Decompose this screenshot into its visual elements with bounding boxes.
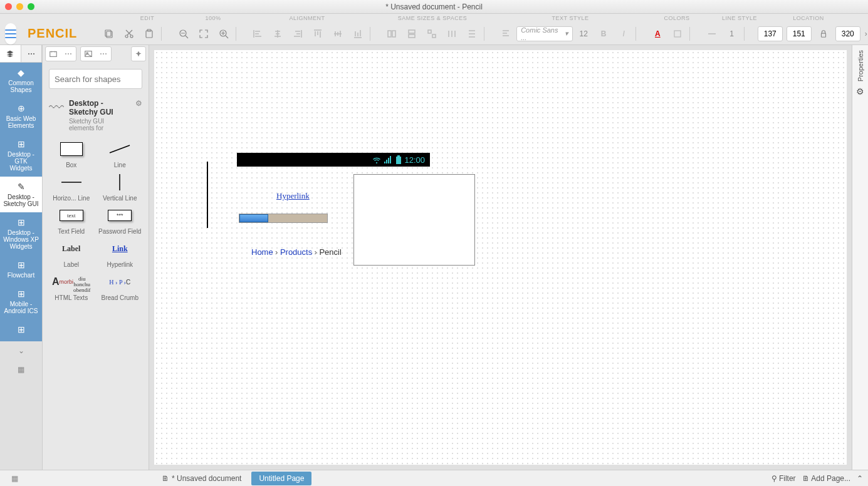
close-window-button[interactable] [5, 3, 12, 10]
align-center-button[interactable] [268, 25, 287, 43]
properties-panel-tab[interactable]: Properties ⚙ [852, 45, 868, 470]
category-grid-icon: ▦ [0, 360, 42, 379]
image-more[interactable]: ⋯ [96, 47, 111, 61]
toolbar-more-button[interactable]: › [864, 25, 868, 43]
rail-tab-more[interactable]: ⋯ [21, 45, 43, 62]
canvas-viewport[interactable]: 12:00 Hyperlink Home › Products › Pencil [149, 45, 852, 470]
page-tab[interactable]: Untitled Page [251, 472, 311, 485]
shape-vline[interactable]: Vertical Line [98, 172, 143, 202]
pin-button[interactable] [131, 46, 146, 61]
canvas-hyperlink-shape[interactable]: Hyperlink [276, 191, 310, 201]
location-y-input[interactable] [787, 26, 812, 41]
svg-rect-10 [409, 30, 415, 33]
italic-button[interactable]: I [614, 25, 633, 43]
line-style-button[interactable] [703, 25, 721, 43]
align-middle-button[interactable] [328, 25, 347, 43]
clipart-more[interactable]: ⋯ [61, 47, 76, 61]
bold-button[interactable]: B [594, 25, 613, 43]
shape-hyperlink[interactable]: LinkHyperlink [98, 239, 143, 268]
fill-color-button[interactable] [668, 25, 687, 43]
distribute-h-button[interactable] [442, 25, 461, 43]
document-tab[interactable]: 🗎 * Unsaved document [155, 474, 248, 483]
same-height-button[interactable] [402, 25, 421, 43]
category-android[interactable]: ⊞Mobile - Android ICS [0, 284, 42, 319]
category-flowchart[interactable]: ⊞Flowchart [0, 255, 42, 284]
line-width-input[interactable]: 1 [723, 29, 741, 38]
shapes-panel: ⋯ ⋯ 〰 Desktop - Sketchy GUI Sketchy GUI … [43, 45, 149, 470]
distribute-v-button[interactable] [463, 25, 481, 43]
font-family-select[interactable]: Comic Sans ... ▾ [516, 26, 573, 41]
lock-icon[interactable] [814, 25, 833, 43]
font-size-input[interactable]: 12 [574, 29, 593, 38]
canvas-breadcrumb-shape[interactable]: Home › Products › Pencil [251, 247, 342, 257]
location-w-input[interactable] [835, 26, 860, 41]
properties-label: Properties [857, 50, 864, 81]
copy-button[interactable] [100, 25, 118, 43]
category-common-shapes[interactable]: ◆Common Shapes [0, 63, 42, 98]
shape-textfield[interactable]: textText Field [49, 205, 94, 235]
clipart-tab[interactable] [46, 47, 61, 61]
canvas-statusbar-shape[interactable]: 12:00 [237, 153, 430, 167]
add-page-button[interactable]: 🗎 Add Page... [802, 474, 850, 483]
category-basic-web[interactable]: ⊕Basic Web Elements [0, 98, 42, 134]
shape-line[interactable]: Line [98, 139, 143, 168]
category-gtk[interactable]: ⊞Desktop - GTK Widgets [0, 134, 42, 177]
breadcrumb-products[interactable]: Products [280, 247, 312, 257]
document-icon: 🗎 [162, 474, 169, 483]
category-sketchy[interactable]: ✎Desktop - Sketchy GUI [0, 177, 42, 212]
same-size-button[interactable] [422, 25, 441, 43]
filter-button[interactable]: ⚲ Filter [771, 474, 796, 483]
location-x-input[interactable] [758, 26, 783, 41]
font-family-value: Comic Sans ... [521, 26, 565, 41]
align-top-button[interactable] [308, 25, 327, 43]
svg-rect-27 [396, 157, 401, 164]
category-expand-button[interactable]: ⌄ [0, 341, 42, 360]
shape-breadcrumb[interactable]: H › P › CBread Crumb [98, 272, 143, 301]
shape-search-input[interactable] [49, 69, 142, 89]
label-edit: EDIT [113, 15, 182, 21]
squiggle-icon: 〰 [49, 99, 64, 132]
image-tab[interactable] [81, 47, 96, 61]
shape-label[interactable]: LabelLabel [49, 239, 94, 268]
shape-htmltext[interactable]: A morbidiu honchuobendifHTML Texts [49, 272, 94, 301]
rail-tabs: ⋯ [0, 45, 42, 63]
align-right-button[interactable] [288, 25, 307, 43]
text-align-button[interactable] [496, 25, 515, 43]
rail-tab-layers[interactable] [0, 45, 21, 62]
shapes-grid: Box Line Horizo... Line Vertical Line te… [43, 135, 149, 305]
category-winxp[interactable]: ⊞Desktop - Windows XP Widgets [0, 212, 42, 255]
align-bottom-button[interactable] [348, 25, 367, 43]
shape-hline[interactable]: Horizo... Line [49, 172, 94, 202]
shape-box[interactable]: Box [49, 139, 94, 168]
collection-desc: Sketchy GUI elements for [69, 118, 130, 132]
zoom-out-button[interactable] [174, 25, 193, 43]
zoom-fit-button[interactable] [194, 25, 213, 43]
signal-icon [384, 156, 393, 163]
breadcrumb-home[interactable]: Home [251, 247, 273, 257]
grid-icon: ⊞ [3, 260, 39, 270]
canvas[interactable]: 12:00 Hyperlink Home › Products › Pencil [154, 50, 847, 465]
shapes-icon: ◆ [3, 68, 39, 78]
svg-line-19 [110, 145, 130, 153]
expand-pages-button[interactable]: ⌃ [857, 474, 863, 483]
shape-password[interactable]: ***Password Field [98, 205, 143, 235]
canvas-vline-shape[interactable] [207, 162, 208, 228]
text-color-button[interactable]: A [648, 25, 667, 43]
zoom-in-button[interactable] [214, 25, 233, 43]
cut-button[interactable] [120, 25, 139, 43]
menu-button[interactable] [5, 23, 16, 44]
paste-button[interactable] [140, 25, 159, 43]
breadcrumb-current: Pencil [319, 247, 341, 257]
maximize-window-button[interactable] [28, 3, 34, 10]
category-extra[interactable]: ⊞ [0, 319, 42, 341]
collection-title: Desktop - Sketchy GUI [69, 99, 130, 116]
svg-point-2 [125, 35, 128, 38]
label-text-style: TEXT STYLE [495, 15, 646, 21]
canvas-panel-shape[interactable] [353, 174, 475, 266]
minimize-window-button[interactable] [16, 3, 23, 10]
grid-view-icon[interactable]: ▦ [5, 474, 24, 483]
same-width-button[interactable] [382, 25, 401, 43]
canvas-progress-shape[interactable] [239, 214, 328, 223]
collection-settings-button[interactable]: ⚙ [135, 99, 142, 132]
align-left-button[interactable] [248, 25, 267, 43]
